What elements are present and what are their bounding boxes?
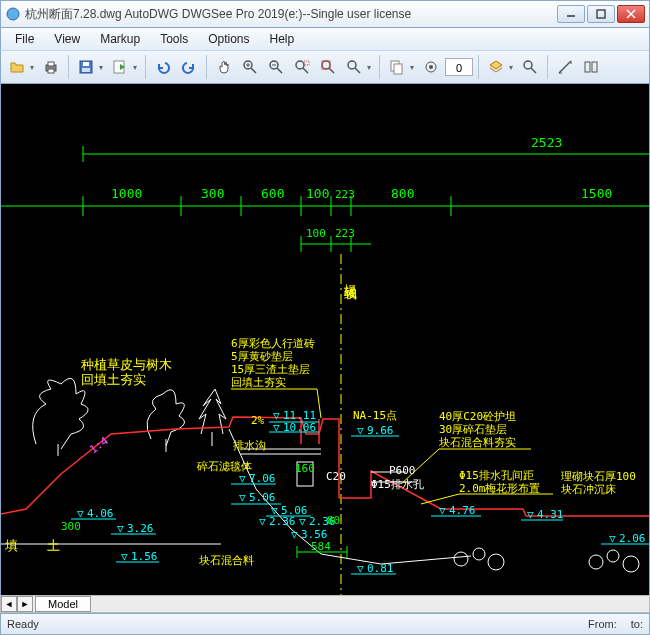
- menu-options[interactable]: Options: [198, 30, 259, 48]
- dim-800: 800: [391, 186, 414, 201]
- svg-point-22: [322, 61, 330, 69]
- rblock-1: 理砌块石厚100: [561, 470, 636, 483]
- zoom-in-button[interactable]: [238, 55, 262, 79]
- minimize-button[interactable]: [557, 5, 585, 23]
- compare-button[interactable]: [579, 55, 603, 79]
- elev-156: 1.56: [131, 550, 158, 563]
- dim-160: 160: [295, 462, 315, 475]
- elev-236b-mark: ▽: [299, 515, 306, 528]
- svg-rect-2: [597, 10, 605, 18]
- svg-line-26: [355, 68, 360, 73]
- elev-406-mark: ▽: [77, 507, 84, 520]
- scroll-left-button[interactable]: ◄: [1, 596, 17, 612]
- svg-point-30: [429, 65, 433, 69]
- svg-rect-28: [394, 64, 402, 74]
- layer-1: 6厚彩色人行道砖: [231, 337, 315, 350]
- menu-help[interactable]: Help: [260, 30, 305, 48]
- rblock-2: 块石冲沉床: [560, 483, 616, 496]
- svg-line-88: [421, 494, 459, 504]
- rubble-label: 碎石滤毯体: [196, 460, 252, 473]
- layers-button[interactable]: [484, 55, 516, 79]
- zoom-out-button[interactable]: [264, 55, 288, 79]
- caption-2: 2.0m梅花形布置: [459, 482, 541, 495]
- layer-r1: 40厚C20砼护坦: [439, 410, 516, 423]
- toolbar: 0: [0, 50, 650, 84]
- svg-line-13: [251, 68, 256, 73]
- svg-rect-37: [592, 62, 597, 72]
- export-button[interactable]: [108, 55, 140, 79]
- elev-206: 2.06: [619, 532, 646, 545]
- scroll-right-button[interactable]: ►: [17, 596, 33, 612]
- elev-326: 3.26: [127, 522, 154, 535]
- svg-line-84: [317, 389, 321, 418]
- na15-label: NA-15点: [353, 409, 397, 422]
- undo-button[interactable]: [151, 55, 175, 79]
- elev-966-mark: ▽: [357, 424, 364, 437]
- layer-4: 回填土夯实: [231, 376, 286, 389]
- search-button[interactable]: [518, 55, 542, 79]
- zoom-value-input[interactable]: 0: [445, 58, 473, 76]
- soil-1: 填: [4, 538, 18, 553]
- elev-431-mark: ▽: [527, 508, 534, 521]
- dim-300: 300: [201, 186, 224, 201]
- zoom-dropdown-button[interactable]: [342, 55, 374, 79]
- layer-2: 5厚黄砂垫层: [231, 350, 293, 363]
- dim-100b: 100: [306, 227, 326, 240]
- svg-line-20: [303, 68, 308, 73]
- menu-markup[interactable]: Markup: [90, 30, 150, 48]
- pan-button[interactable]: [212, 55, 236, 79]
- elev-706: 7.06: [249, 472, 276, 485]
- elev-966: 9.66: [367, 424, 394, 437]
- menubar: File View Markup Tools Options Help: [0, 28, 650, 50]
- elev-1006-mark: ▽: [273, 421, 280, 434]
- dim-1500: 1500: [581, 186, 612, 201]
- svg-rect-6: [48, 62, 54, 66]
- dim-80: 80: [327, 514, 340, 527]
- svg-point-65: [473, 548, 485, 560]
- zoom-window-button[interactable]: [290, 55, 314, 79]
- menu-tools[interactable]: Tools: [150, 30, 198, 48]
- copy-button[interactable]: [385, 55, 417, 79]
- dim-223b: 223: [335, 227, 355, 240]
- elev-081-mark: ▽: [357, 562, 364, 575]
- redo-button[interactable]: [177, 55, 201, 79]
- status-ready: Ready: [7, 618, 39, 630]
- dim-584: 584: [311, 540, 331, 553]
- svg-point-67: [589, 555, 603, 569]
- label-p600: P600: [389, 464, 416, 477]
- drawing-canvas[interactable]: 2523 1000 300 600 100 223 800 1500 100 2…: [0, 84, 650, 595]
- layer-r2: 30厚碎石垫层: [439, 423, 507, 436]
- open-button[interactable]: [5, 55, 37, 79]
- print-button[interactable]: [39, 55, 63, 79]
- svg-point-25: [348, 61, 356, 69]
- zoom-extents-button[interactable]: [316, 55, 340, 79]
- menu-file[interactable]: File: [5, 30, 44, 48]
- dim-300b: 300: [61, 520, 81, 533]
- statusbar: Ready From: to:: [0, 613, 650, 635]
- menu-view[interactable]: View: [44, 30, 90, 48]
- elev-206-mark: ▽: [609, 532, 616, 545]
- dim-2523: 2523: [531, 135, 562, 150]
- measure-button[interactable]: [553, 55, 577, 79]
- dim-223a: 223: [335, 188, 355, 201]
- svg-point-19: [296, 61, 304, 69]
- elev-431: 4.31: [537, 508, 564, 521]
- layer-r3: 块石混合料夯实: [438, 436, 516, 449]
- dim-100a: 100: [306, 186, 329, 201]
- slope-2: 2%: [251, 414, 265, 427]
- tab-model[interactable]: Model: [35, 596, 91, 612]
- maximize-button[interactable]: [587, 5, 615, 23]
- svg-point-69: [623, 556, 639, 572]
- close-button[interactable]: [617, 5, 645, 23]
- svg-rect-9: [83, 62, 89, 66]
- status-from-label: From:: [588, 618, 617, 630]
- toggle-layers-button[interactable]: [419, 55, 443, 79]
- svg-point-64: [454, 552, 468, 566]
- layer-3: 15厚三渣土垫层: [231, 363, 310, 376]
- sheet-tab-bar: ◄ ► Model: [0, 595, 650, 613]
- svg-rect-10: [82, 68, 90, 72]
- svg-line-32: [531, 68, 536, 73]
- titlebar: 杭州断面7.28.dwg AutoDWG DWGSee Pro 2019(e:)…: [0, 0, 650, 28]
- svg-point-68: [607, 550, 619, 562]
- save-button[interactable]: [74, 55, 106, 79]
